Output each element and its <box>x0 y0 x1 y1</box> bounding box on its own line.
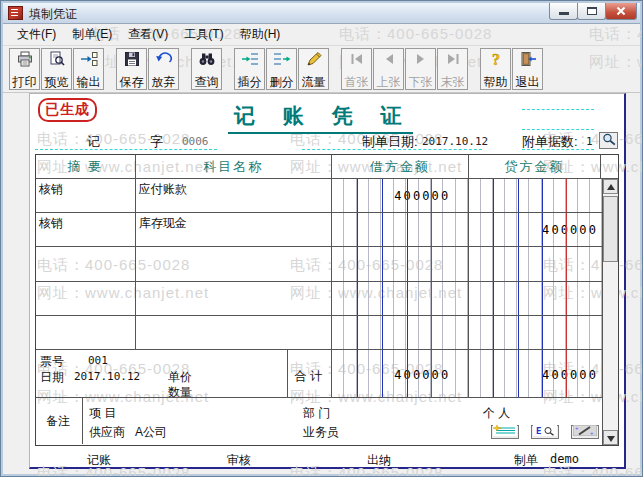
voucher-table: 摘 要 科目名称 借方金额 贷方金额 核销应付账款400000核销库存现金400… <box>35 154 619 446</box>
red-rule-line <box>431 213 432 246</box>
undo-icon <box>155 51 173 71</box>
export-button[interactable]: 输出 <box>73 48 104 90</box>
exit-button[interactable]: 退出 <box>512 48 543 90</box>
blue-rule-line <box>493 316 494 349</box>
credit-cell[interactable] <box>469 282 602 315</box>
summary-cell[interactable] <box>36 282 136 315</box>
delete-split-button[interactable]: 删分 <box>266 48 297 90</box>
debit-cell[interactable] <box>332 213 469 246</box>
voucher-word-label2: 字 <box>150 133 163 151</box>
vertical-scrollbar[interactable] <box>602 179 618 445</box>
minimize-button[interactable] <box>549 3 578 20</box>
account-cell[interactable]: 应付账款 <box>136 179 333 212</box>
insert-split-button[interactable]: 插分 <box>234 48 265 90</box>
total-credit-cell: 400000 <box>469 350 602 397</box>
debit-amount: 400000 <box>394 189 450 203</box>
account-cell[interactable] <box>136 247 333 280</box>
summary-cell[interactable]: 核销 <box>36 213 136 246</box>
menu-item-4[interactable]: 工具(T) <box>176 24 231 45</box>
account-cell[interactable] <box>136 316 333 349</box>
ticket-number[interactable]: 001 <box>88 354 108 367</box>
menu-item-2[interactable]: 制单(E) <box>64 24 120 45</box>
blue-rule-line <box>493 179 494 212</box>
debit-cell[interactable] <box>332 316 469 349</box>
wand-button[interactable]: ++ <box>571 425 599 439</box>
supplier-label: 供应商 <box>89 424 125 441</box>
blue-rule-line <box>382 247 383 280</box>
blue-rule-line <box>542 179 543 212</box>
help-button[interactable]: ?帮助 <box>480 48 511 90</box>
header-spacer <box>601 155 618 178</box>
red-rule-line <box>566 282 567 315</box>
voucher-date[interactable]: 2017.10.12 <box>422 135 488 148</box>
red-rule-line <box>566 179 567 212</box>
attach-zoom-button[interactable] <box>599 132 618 149</box>
blue-rule-line <box>493 247 494 280</box>
toolbar-button-label: 退出 <box>516 76 540 88</box>
toolbar-button-label: 查询 <box>195 76 219 88</box>
summary-cell[interactable] <box>36 247 136 280</box>
query-button[interactable]: 查询 <box>191 48 222 90</box>
scrollbar-thumb[interactable] <box>603 196 618 262</box>
header-credit: 贷方金额 <box>469 155 602 178</box>
cell-text: 核销 <box>39 215 63 232</box>
menu-item-1[interactable]: 文件(F) <box>9 24 64 45</box>
preview-icon <box>48 51 66 71</box>
credit-amount: 400000 <box>542 223 598 237</box>
preview-button[interactable]: 预览 <box>41 48 72 90</box>
save-button[interactable]: 保存 <box>116 48 147 90</box>
credit-cell[interactable]: 400000 <box>469 213 602 246</box>
document-view-icon: E <box>533 425 557 439</box>
blue-rule-line <box>382 282 383 315</box>
print-button[interactable]: 打印 <box>9 48 40 90</box>
preparer-label: 制单 <box>514 452 538 469</box>
credit-cell[interactable] <box>469 247 602 280</box>
attach-count-value[interactable]: 1 <box>586 135 593 148</box>
menu-bar: 文件(F)制单(E)查看(V)工具(T)帮助(H) <box>3 24 640 46</box>
maximize-button[interactable] <box>577 3 606 20</box>
supplier-value[interactable]: A公司 <box>135 424 167 441</box>
last-page-button: 末张 <box>437 48 468 90</box>
toolbar-button-label: 下张 <box>409 76 433 88</box>
toolbar-button-label: 首张 <box>345 76 369 88</box>
credit-cell[interactable] <box>469 179 602 212</box>
total-debit-amount: 400000 <box>394 368 450 382</box>
scroll-up-button[interactable] <box>603 179 618 194</box>
menu-item-3[interactable]: 查看(V) <box>120 24 176 45</box>
blue-rule-line <box>357 350 358 397</box>
remark-label: 备注 <box>46 413 70 430</box>
scroll-down-button[interactable] <box>603 430 618 445</box>
footer-date[interactable]: 2017.10.12 <box>74 370 140 383</box>
summary-cell[interactable]: 核销 <box>36 179 136 212</box>
credit-cell[interactable] <box>469 316 602 349</box>
person-label: 个 人 <box>483 405 510 422</box>
account-cell[interactable] <box>136 282 333 315</box>
summary-cell[interactable] <box>36 316 136 349</box>
blue-rule-line <box>357 316 358 349</box>
voucher-row <box>36 316 602 350</box>
svg-text:+: + <box>575 425 579 431</box>
debit-cell[interactable]: 400000 <box>332 179 469 212</box>
debit-cell[interactable] <box>332 282 469 315</box>
blue-rule-line <box>382 316 383 349</box>
pen-icon <box>305 51 323 71</box>
total-debit-cell: 400000 <box>332 350 469 397</box>
voucher-number[interactable]: 0006 <box>182 135 209 148</box>
exit-icon <box>519 51 537 71</box>
account-cell[interactable]: 库存现金 <box>136 213 333 246</box>
dept-label: 部 门 <box>303 405 330 422</box>
menu-item-5[interactable]: 帮助(H) <box>232 24 289 45</box>
voucher-row <box>36 247 602 281</box>
blue-rule-line <box>382 213 383 246</box>
notes-button[interactable] <box>491 425 519 439</box>
red-rule-line <box>431 316 432 349</box>
blue-rule-line <box>518 179 519 212</box>
flow-button[interactable]: 流量 <box>298 48 329 90</box>
view-button[interactable]: E <box>531 425 559 439</box>
close-button[interactable] <box>605 3 637 20</box>
debit-cell[interactable] <box>332 247 469 280</box>
blue-rule-line <box>407 316 408 349</box>
blue-rule-line <box>357 282 358 315</box>
svg-text:?: ? <box>492 51 500 67</box>
discard-button[interactable]: 放弃 <box>148 48 179 90</box>
